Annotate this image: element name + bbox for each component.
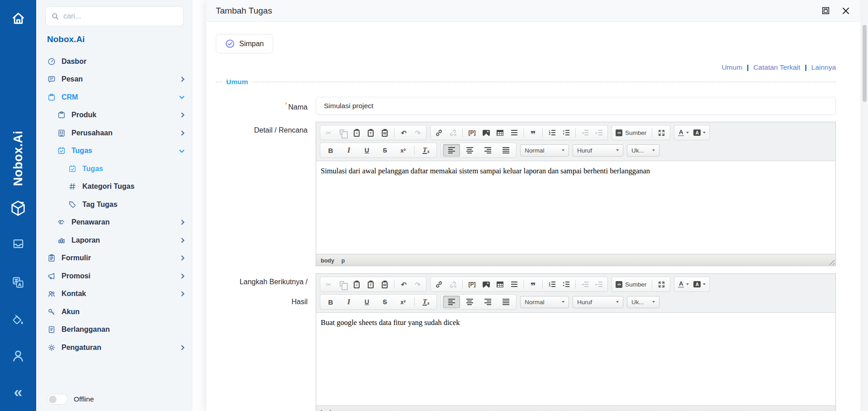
strikethrough-icon[interactable]: S [376, 144, 394, 157]
numbered-list-icon[interactable] [545, 126, 559, 139]
path-item-p[interactable]: p [342, 409, 345, 411]
search-input[interactable] [63, 12, 178, 20]
undo-icon[interactable]: ↶ [397, 126, 410, 139]
sidebar-item-pesan[interactable]: Pesan [36, 71, 192, 89]
anchor-icon[interactable]: [P] [465, 126, 479, 139]
align-center-icon[interactable] [461, 296, 478, 308]
maximize-icon[interactable] [655, 126, 668, 139]
align-center-icon[interactable] [461, 144, 478, 157]
text-color-icon[interactable]: A [676, 126, 691, 139]
resize-grip-icon[interactable] [829, 259, 835, 265]
sidebar-item-perusahaan[interactable]: Perusahaan [36, 124, 192, 142]
page-scrollbar[interactable] [861, 0, 868, 411]
sidebar-item-kontak[interactable]: Kontak [36, 285, 192, 303]
paragraph-format-dropdown[interactable]: Normal [520, 296, 569, 308]
italic-icon[interactable]: I [340, 144, 357, 157]
redo-icon[interactable]: ↷ [411, 126, 424, 139]
font-family-dropdown[interactable]: Huruf [573, 296, 623, 308]
sidebar-item-tugas[interactable]: Tugas [36, 142, 192, 160]
image-icon[interactable] [479, 126, 493, 139]
sidebar-item-akun[interactable]: Akun [36, 303, 192, 321]
inbox-icon[interactable] [0, 237, 36, 251]
cut-icon[interactable]: ✂ [322, 126, 335, 139]
horizontal-rule-icon[interactable] [508, 278, 521, 291]
underline-icon[interactable]: U [358, 296, 375, 308]
path-item-body[interactable]: body [321, 409, 334, 411]
paint-bucket-icon[interactable] [0, 313, 36, 328]
sidebar-item-kategori-tugas[interactable]: Kategori Tugas [36, 178, 192, 196]
table-icon[interactable] [493, 278, 507, 291]
sidebar-item-crm[interactable]: CRM [36, 88, 192, 106]
redo-icon[interactable]: ↷ [411, 278, 424, 291]
sidebar-item-formulir[interactable]: Formulir [36, 249, 192, 268]
anchor-icon[interactable]: [P] [465, 278, 479, 291]
align-justify-icon[interactable] [497, 296, 514, 308]
maximize-icon[interactable] [655, 278, 668, 291]
table-icon[interactable] [493, 126, 507, 139]
sidebar-item-berlangganan[interactable]: Berlangganan [36, 321, 192, 339]
tab-umum[interactable]: Umum [721, 63, 742, 72]
horizontal-rule-icon[interactable] [508, 126, 521, 139]
bold-icon[interactable]: B [322, 144, 339, 157]
bulleted-list-icon[interactable] [560, 126, 573, 139]
background-color-icon[interactable]: A [692, 278, 707, 291]
source-icon[interactable]: <>Sumber [614, 126, 649, 139]
blockquote-icon[interactable]: ❞ [526, 278, 540, 291]
tab-catatan-terkait[interactable]: Catatan Terkait [753, 63, 800, 72]
sidebar-item-dasbor[interactable]: Dasbor [36, 53, 192, 71]
langkah-editor-content[interactable]: Buat google sheets data fitur yang sudah… [316, 313, 835, 406]
align-left-icon[interactable] [443, 296, 460, 308]
align-left-icon[interactable] [443, 144, 460, 157]
paste-from-word-icon[interactable]: W [378, 278, 391, 291]
remove-format-icon[interactable]: Tx [417, 144, 435, 157]
background-color-icon[interactable]: A [692, 126, 707, 139]
window-icon[interactable] [821, 6, 830, 15]
remove-format-icon[interactable]: Tx [417, 296, 435, 308]
sidebar-item-produk[interactable]: Produk [36, 106, 192, 124]
italic-icon[interactable]: I [340, 296, 357, 308]
detail-editor-content[interactable]: Simulasi dari awal pelanggan daftar mema… [316, 161, 835, 254]
indent-icon[interactable]: ▸ [593, 126, 606, 139]
superscript-icon[interactable]: x² [394, 296, 412, 308]
offline-toggle[interactable] [47, 394, 68, 405]
strikethrough-icon[interactable]: S [376, 296, 394, 308]
link-icon[interactable] [432, 126, 446, 139]
outdent-icon[interactable]: ◂ [579, 278, 592, 291]
text-color-icon[interactable]: A [676, 278, 691, 291]
unlink-icon[interactable] [446, 126, 460, 139]
scrollbar-thumb[interactable] [863, 25, 867, 102]
align-justify-icon[interactable] [497, 144, 514, 157]
font-size-dropdown[interactable]: Uk... [627, 296, 659, 308]
font-family-dropdown[interactable]: Huruf [573, 144, 623, 157]
unlink-icon[interactable] [446, 278, 460, 291]
paste-from-word-icon[interactable]: W [378, 126, 391, 139]
close-icon[interactable] [842, 7, 850, 15]
paragraph-format-dropdown[interactable]: Normal [520, 144, 569, 157]
font-size-dropdown[interactable]: Uk... [627, 144, 659, 157]
numbered-list-icon[interactable] [545, 278, 559, 291]
bulleted-list-icon[interactable] [560, 278, 573, 291]
collapse-sidebar-icon[interactable]: « [0, 384, 36, 399]
sidebar-item-pengaturan[interactable]: Pengaturan [36, 339, 192, 357]
sidebar-item-penawaran[interactable]: Penawaran [36, 214, 192, 232]
align-right-icon[interactable] [479, 144, 496, 157]
blockquote-icon[interactable]: ❞ [526, 126, 540, 139]
paste-icon[interactable]: ≡ [350, 126, 363, 139]
sidebar-item-tag-tugas[interactable]: Tag Tugas [36, 196, 192, 214]
image-icon[interactable] [479, 278, 493, 291]
underline-icon[interactable]: U [358, 144, 375, 157]
sidebar-item-laporan[interactable]: Laporan [36, 231, 192, 249]
save-button[interactable]: Simpan [216, 34, 273, 53]
superscript-icon[interactable]: x² [394, 144, 412, 157]
paste-plain-text-icon[interactable]: T [364, 278, 377, 291]
source-icon[interactable]: <>Sumber [614, 278, 649, 291]
undo-icon[interactable]: ↶ [397, 278, 410, 291]
sidebar-item-promosi[interactable]: Promosi [36, 267, 192, 285]
align-right-icon[interactable] [479, 296, 496, 308]
tab-lainnya[interactable]: Lainnya [811, 63, 836, 72]
bold-icon[interactable]: B [322, 296, 339, 308]
cut-icon[interactable]: ✂ [322, 278, 335, 291]
copy-icon[interactable] [336, 126, 349, 139]
indent-icon[interactable]: ▸ [593, 278, 606, 291]
nama-input[interactable] [316, 97, 836, 115]
